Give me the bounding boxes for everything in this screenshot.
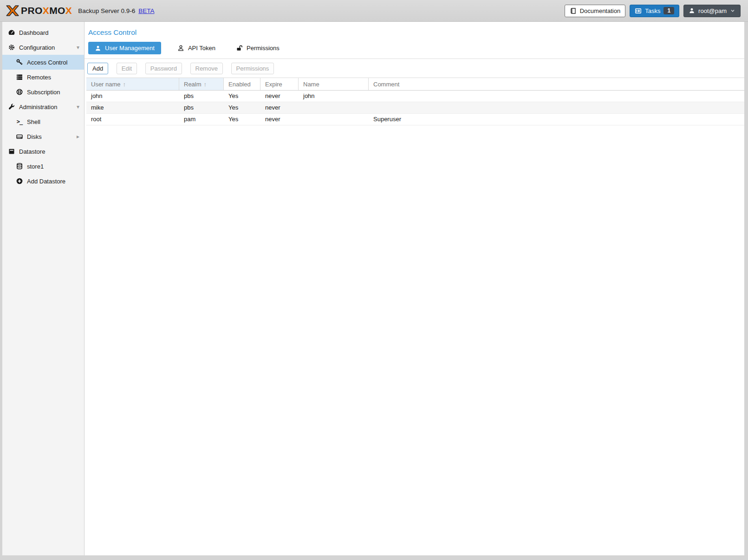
- hdd-icon: [15, 133, 24, 140]
- grid-toolbar: Add Edit Password Remove Permissions: [85, 59, 744, 78]
- column-header-comment[interactable]: Comment: [369, 78, 744, 90]
- dashboard-icon: [7, 29, 16, 36]
- column-header-expire[interactable]: Expire: [260, 78, 299, 90]
- collapse-caret-icon[interactable]: ▾: [77, 44, 79, 51]
- table-row-john[interactable]: john pbs Yes never john: [86, 91, 744, 102]
- cell-realm: pbs: [179, 91, 224, 102]
- sidebar-item-label: Subscription: [27, 89, 60, 96]
- sidebar-item-label: Access Control: [27, 59, 67, 66]
- cell-realm: pbs: [179, 102, 224, 113]
- server-list-icon: [15, 73, 24, 81]
- sidebar-item-configuration[interactable]: Configuration ▾: [2, 40, 84, 55]
- cell-enabled: Yes: [224, 91, 260, 102]
- user-icon: [689, 7, 695, 14]
- cell-comment: Superuser: [369, 114, 744, 125]
- cell-expire: never: [260, 102, 299, 113]
- beta-link[interactable]: BETA: [138, 7, 154, 14]
- page-title: Access Control: [85, 22, 744, 37]
- add-button[interactable]: Add: [87, 63, 108, 74]
- top-bar-actions: Documentation Tasks 1: [565, 5, 741, 17]
- table-header-row: User name ↑ Realm ↑ Enabled Expire Name: [86, 78, 744, 91]
- sidebar-item-label: Disks: [27, 133, 42, 140]
- tab-label: API Token: [188, 45, 215, 52]
- task-list-icon: [635, 7, 642, 14]
- user-outline-icon: [177, 45, 184, 52]
- user-table: User name ↑ Realm ↑ Enabled Expire Name: [86, 78, 744, 125]
- cell-expire: never: [260, 91, 299, 102]
- sidebar-item-label: Shell: [27, 118, 40, 125]
- proxmox-logo-icon: [6, 4, 20, 18]
- sidebar-item-subscription[interactable]: Subscription: [2, 85, 84, 99]
- documentation-label: Documentation: [580, 7, 620, 14]
- cell-comment: [369, 91, 744, 102]
- expand-caret-icon[interactable]: ▸: [77, 133, 79, 140]
- tab-permissions[interactable]: Permissions: [232, 42, 284, 54]
- column-header-realm[interactable]: Realm ↑: [179, 78, 224, 90]
- tab-user-management[interactable]: User Management: [88, 42, 161, 54]
- sidebar-item-remotes[interactable]: Remotes: [2, 70, 84, 85]
- collapse-caret-icon[interactable]: ▾: [77, 104, 79, 110]
- sidebar-item-shell[interactable]: >_ Shell: [2, 114, 84, 129]
- archive-box-icon: [7, 148, 16, 155]
- password-button[interactable]: Password: [145, 63, 182, 74]
- sidebar-item-datastore[interactable]: Datastore: [2, 144, 84, 159]
- tasks-label: Tasks: [645, 7, 660, 14]
- cell-user-name: mike: [86, 102, 179, 113]
- remove-button[interactable]: Remove: [190, 63, 223, 74]
- key-icon: [15, 59, 24, 66]
- proxmox-backup-server-app: PROXMOX Backup Server 0.9-6 BETA Documen…: [0, 0, 748, 560]
- cell-name: [299, 114, 369, 125]
- cell-realm: pam: [179, 114, 224, 125]
- cell-user-name: john: [86, 91, 179, 102]
- permissions-button[interactable]: Permissions: [231, 63, 274, 74]
- sidebar-item-store1[interactable]: store1: [2, 159, 84, 174]
- column-header-enabled[interactable]: Enabled: [224, 78, 260, 90]
- cell-enabled: Yes: [224, 102, 260, 113]
- edit-button[interactable]: Edit: [117, 63, 137, 74]
- sidebar-item-label: store1: [27, 163, 44, 170]
- cell-name: [299, 102, 369, 113]
- logo-segment: MO: [49, 5, 65, 16]
- book-icon: [570, 7, 577, 14]
- cell-user-name: root: [86, 114, 179, 125]
- tab-bar: User Management API Token: [85, 37, 744, 59]
- terminal-icon: >_: [15, 118, 24, 125]
- table-row-root[interactable]: root pam Yes never Superuser: [86, 114, 744, 125]
- tab-api-token[interactable]: API Token: [173, 42, 220, 54]
- cell-comment: [369, 102, 744, 113]
- life-ring-icon: [15, 88, 24, 96]
- sidebar-item-disks[interactable]: Disks ▸: [2, 129, 84, 144]
- sidebar-item-access-control[interactable]: Access Control: [2, 55, 84, 70]
- tasks-button[interactable]: Tasks 1: [630, 5, 679, 17]
- user-solid-icon: [95, 45, 101, 52]
- cell-expire: never: [260, 114, 299, 125]
- table-row-mike[interactable]: mike pbs Yes never: [86, 102, 744, 114]
- main-panel: Access Control User Management: [85, 22, 744, 555]
- content-frame: Dashboard Configuration ▾: [2, 22, 744, 555]
- user-menu-button[interactable]: root@pam: [683, 5, 741, 17]
- sidebar-item-label: Datastore: [19, 148, 45, 155]
- sidebar-item-label: Dashboard: [19, 29, 49, 36]
- sort-ascending-icon: ↑: [204, 81, 207, 88]
- top-bar: PROXMOX Backup Server 0.9-6 BETA Documen…: [0, 0, 748, 22]
- database-icon: [15, 163, 24, 170]
- product-version-label: Backup Server 0.9-6: [78, 7, 135, 14]
- sidebar-item-label: Add Datastore: [27, 178, 65, 185]
- sidebar-item-dashboard[interactable]: Dashboard: [2, 25, 84, 40]
- sidebar-item-add-datastore[interactable]: Add Datastore: [2, 174, 84, 189]
- documentation-button[interactable]: Documentation: [565, 5, 625, 17]
- logo-segment: X: [65, 5, 72, 16]
- cell-enabled: Yes: [224, 114, 260, 125]
- column-header-user-name[interactable]: User name ↑: [86, 78, 179, 90]
- sidebar-item-label: Configuration: [19, 44, 55, 51]
- sidebar-item-label: Administration: [19, 104, 57, 111]
- column-header-name[interactable]: Name: [299, 78, 369, 90]
- tab-label: Permissions: [247, 45, 280, 52]
- sidebar: Dashboard Configuration ▾: [2, 22, 85, 555]
- sidebar-item-label: Remotes: [27, 74, 51, 81]
- proxmox-brand: PROXMOX Backup Server 0.9-6 BETA: [6, 4, 155, 18]
- chevron-down-icon: [730, 8, 735, 13]
- wrench-icon: [7, 103, 16, 111]
- sidebar-item-administration[interactable]: Administration ▾: [2, 99, 84, 114]
- logo-segment: PRO: [21, 5, 43, 16]
